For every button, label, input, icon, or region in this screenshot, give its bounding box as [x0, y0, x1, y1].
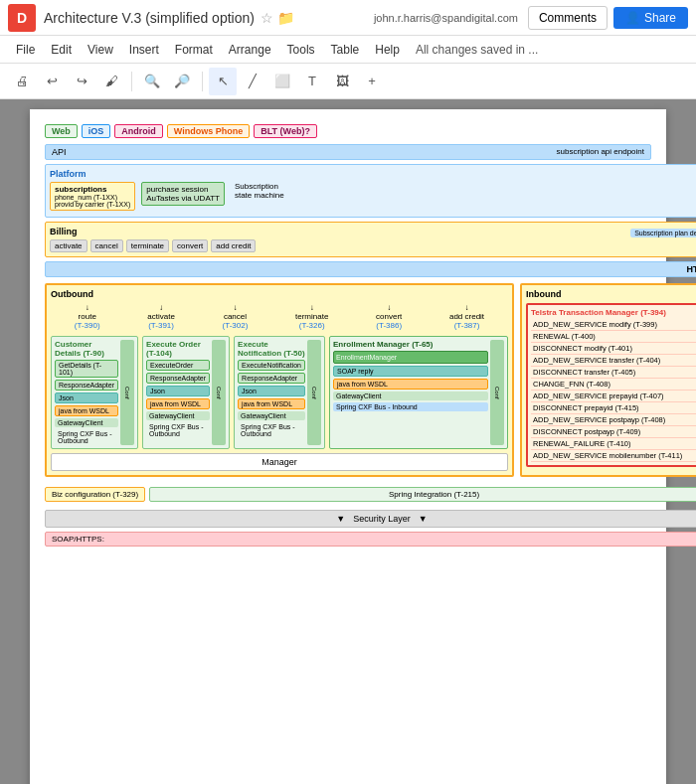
java-wsdl-4: java from WSDL — [333, 379, 488, 390]
menu-insert[interactable]: Insert — [121, 39, 167, 61]
share-icon: 👤 — [625, 11, 640, 25]
tm-disconnect-prepayid: DISCONNECT prepayid (T-415) — [531, 402, 696, 414]
arrow-row: ↓route(T-390) ↓activate(T-391) ↓cancel(T… — [51, 303, 508, 330]
gateway-client-2: GatewayClient — [146, 411, 210, 420]
exec-notif-comp: ExecuteNotification — [238, 360, 305, 371]
menu-view[interactable]: View — [80, 39, 121, 61]
arrow-cancel: ↓cancel(T-302) — [223, 303, 249, 330]
config-4: Conf — [490, 340, 504, 445]
billing-label: Billing — [50, 227, 78, 236]
arrow-terminate: ↓terminate(T-326) — [295, 303, 328, 330]
tm-title: Telstra Transaction Manager (T-394) — [531, 308, 696, 317]
security-layer-bar: ▼ Security Layer ▼ — [45, 510, 696, 528]
platform-box: Platform subscriptions phone_num (T-1XX)… — [45, 164, 696, 218]
subscriptions-item: subscriptions phone_num (T-1XX) provid b… — [50, 182, 135, 211]
tag-android: Android — [114, 124, 163, 138]
action-add-credit: add credit — [211, 239, 256, 252]
menu-table[interactable]: Table — [323, 39, 368, 61]
transaction-manager: Telstra Transaction Manager (T-394) ADD_… — [526, 303, 696, 467]
inbound-box: Inbound Telstra Transaction Manager (T-3… — [520, 283, 696, 477]
menu-file[interactable]: File — [8, 39, 43, 61]
tm-add-new-transfer: ADD_NEW_SERVICE transfer (T-404) — [531, 355, 696, 367]
menu-tools[interactable]: Tools — [279, 39, 323, 61]
action-cancel: cancel — [90, 239, 123, 252]
subscription-state-machine: Subscriptionstate machine — [235, 182, 284, 200]
subscription-plan: Subscription plan details — [630, 229, 696, 237]
line-tool[interactable]: ╱ — [239, 68, 266, 95]
shape-tool[interactable]: ⬜ — [268, 68, 296, 95]
menu-bar: File Edit View Insert Format Arrange Too… — [0, 36, 696, 64]
app-icon: D — [8, 4, 36, 32]
soap-reply: SOAP reply — [333, 366, 488, 377]
tag-ios: iOS — [82, 124, 111, 138]
zoom-out-button[interactable]: 🔍 — [138, 68, 166, 95]
java-wsdl-2: java from WSDL — [146, 398, 210, 409]
gateway-client-1: GatewayClient — [55, 418, 118, 427]
spring-integration-bar: Spring Integration (T-215) — [149, 487, 696, 502]
spring-cxf-1: Spring CXF Bus - Outbound — [55, 429, 118, 445]
comments-button[interactable]: Comments — [528, 6, 608, 30]
tm-add-new-prepayid: ADD_NEW_SERVICE prepayid (T-407) — [531, 391, 696, 402]
menu-help[interactable]: Help — [367, 39, 408, 61]
print-button[interactable]: 🖨 — [8, 68, 36, 95]
menu-format[interactable]: Format — [167, 39, 221, 61]
bottom-bars: Biz configuration (T-329) Spring Integra… — [45, 483, 696, 506]
json-1: Json — [55, 392, 118, 403]
document-canvas: Web iOS Android Windows Phone BLT (Web)?… — [30, 109, 666, 784]
tm-disconnect-transfer: DISCONNECT transfer (T-405) — [531, 367, 696, 379]
action-activate: activate — [50, 239, 87, 252]
billing-box: Billing Subscription plan details activa… — [45, 222, 696, 257]
zoom-in-button[interactable]: 🔎 — [168, 68, 196, 95]
undo-button[interactable]: ↩ — [38, 68, 66, 95]
tag-winphone: Windows Phone — [167, 124, 250, 138]
response-adapter-1: ResponseAdapter — [55, 380, 118, 391]
tm-renewal-failure: RENEWAL_FAILURE (T-410) — [531, 438, 696, 450]
json-3: Json — [238, 386, 305, 396]
add-tool[interactable]: + — [358, 68, 386, 95]
menu-arrange[interactable]: Arrange — [221, 39, 279, 61]
purchase-box: purchase session AuTastes via UDATT — [141, 182, 225, 206]
spring-cxf-2: Spring CXF Bus - Outbound — [146, 422, 210, 438]
text-tool[interactable]: T — [298, 68, 326, 95]
left-section: Platform subscriptions phone_num (T-1XX)… — [45, 164, 696, 574]
tm-disconnect-postpayp: DISCONNECT postpayp (T-409) — [531, 426, 696, 438]
outbound-label: Outbound — [51, 289, 508, 299]
select-tool[interactable]: ↖ — [209, 68, 237, 95]
image-tool[interactable]: 🖼 — [328, 68, 356, 95]
tm-add-new-modify: ADD_NEW_SERVICE modify (T-399) — [531, 319, 696, 331]
enrollment-manager-comp: EnrollmentManager — [333, 351, 488, 364]
canvas-area: Web iOS Android Windows Phone BLT (Web)?… — [0, 99, 696, 784]
platform-label: Platform — [50, 169, 696, 179]
menu-edit[interactable]: Edit — [43, 39, 80, 61]
title-bar: D Architecture V.3 (simplified option) ☆… — [0, 0, 696, 36]
action-convert: convert — [172, 239, 208, 252]
star-icon[interactable]: ☆ — [261, 10, 273, 26]
biz-config-bar: Biz configuration (T-329) — [45, 487, 145, 502]
tm-add-new-postpayp: ADD_NEW_SERVICE postpayp (T-408) — [531, 414, 696, 426]
json-2: Json — [146, 386, 210, 396]
redo-button[interactable]: ↪ — [68, 68, 95, 95]
user-email: john.r.harris@spandigital.com — [374, 12, 518, 24]
execute-order-box: Execute Order (T-104) ExecuteOrder Respo… — [142, 336, 230, 449]
get-details: GetDetails (T-101) — [55, 360, 118, 378]
share-button[interactable]: 👤 Share — [613, 7, 688, 29]
main-content: Platform subscriptions phone_num (T-1XX)… — [45, 164, 651, 574]
arrow-convert: ↓convert(T-386) — [376, 303, 402, 330]
java-wsdl-3: java from WSDL — [238, 398, 305, 409]
paint-format-button[interactable]: 🖌 — [97, 68, 125, 95]
arrow-route: ↓route(T-390) — [75, 303, 100, 330]
enrollment-manager-box: Enrollment Manager (T-65) EnrollmentMana… — [329, 336, 508, 449]
action-terminate: terminate — [126, 239, 169, 252]
execute-notification-box: Execute Notification (T-50) ExecuteNotif… — [234, 336, 325, 449]
tag-web: Web — [45, 124, 78, 138]
outbound-box: Outbound ↓route(T-390) ↓activate(T-391) — [45, 283, 514, 477]
client-bar: Web iOS Android Windows Phone BLT (Web)? — [45, 124, 651, 138]
tm-add-new-mobilenumber: ADD_NEW_SERVICE mobilenumber (T-411) — [531, 450, 696, 462]
billing-actions: activate cancel terminate convert add cr… — [50, 239, 696, 252]
config-1: Conf — [120, 340, 134, 445]
folder-icon[interactable]: 📁 — [277, 10, 294, 26]
toolbar-separator-1 — [131, 72, 132, 91]
services-row: Customer Details (T-90) GetDetails (T-10… — [51, 336, 508, 449]
config-3: Conf — [307, 340, 321, 445]
saved-status: All changes saved in ... — [416, 43, 538, 57]
